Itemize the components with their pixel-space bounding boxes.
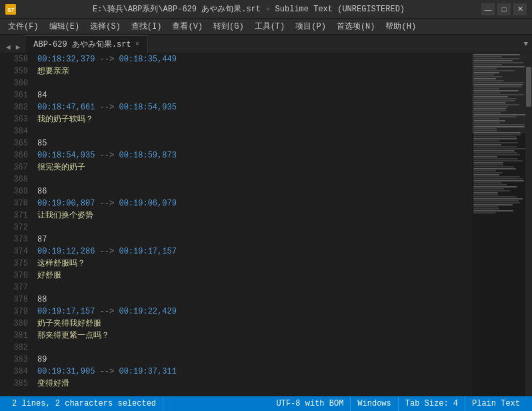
line-number: 373 (0, 234, 35, 246)
minimap-line (473, 200, 519, 201)
tab-close-button[interactable]: × (135, 41, 139, 48)
tab-label: ABP-629 あやみ旬果.srt (33, 39, 131, 50)
menu-item[interactable]: 项目(P) (290, 19, 331, 34)
code-line: 奶子夹得我好舒服 (37, 318, 472, 330)
line-number: 359 (0, 65, 35, 77)
minimap-line (473, 140, 499, 141)
menu-item[interactable]: 工具(T) (249, 19, 291, 34)
line-number: 383 (0, 354, 35, 366)
line-number: 363 (0, 113, 35, 125)
prev-tab-button[interactable]: ◀ (4, 41, 13, 53)
line-number: 362 (0, 101, 35, 113)
minimap-line (473, 138, 517, 139)
code-line: 想要亲亲 (37, 65, 472, 77)
minimap-line (473, 150, 515, 151)
code-line: 85 (37, 137, 472, 149)
line-number: 367 (0, 161, 35, 173)
code-line: 我的奶子软吗？ (37, 113, 472, 125)
code-line: 00:18:47,661 --> 00:18:54,935 (37, 101, 472, 113)
minimap-line (473, 196, 517, 197)
line-number: 375 (0, 258, 35, 270)
title-bar: ST E:\骑兵\ABP系列\ABP-629 あやみ旬果.srt - Subli… (0, 0, 532, 19)
line-numbers: 3583593603613623633643653663673683693703… (0, 53, 35, 396)
line-number: 385 (0, 378, 35, 390)
minimap-line (473, 162, 503, 163)
line-number: 374 (0, 246, 35, 258)
minimap-line (473, 204, 513, 206)
line-number: 377 (0, 282, 35, 294)
code-line: 86 (37, 185, 472, 197)
minimap-line (473, 164, 503, 165)
code-line (37, 222, 472, 234)
line-number: 379 (0, 306, 35, 318)
menu-item[interactable]: 查找(I) (126, 19, 167, 34)
maximize-button[interactable]: □ (497, 3, 511, 15)
code-line: 00:19:00,807 --> 00:19:06,079 (37, 197, 472, 210)
syntax[interactable]: Plain Text (465, 396, 527, 411)
minimap-line (473, 194, 498, 195)
minimap-viewport (472, 53, 525, 133)
minimap-line (473, 168, 516, 169)
minimap-line (473, 208, 499, 210)
code-line: 那夹得更紧一点吗？ (37, 330, 472, 342)
minimap-line (473, 178, 523, 179)
code-line: 00:19:31,905 --> 00:19:37,311 (37, 366, 472, 378)
line-number: 368 (0, 173, 35, 185)
minimap (472, 53, 525, 396)
code-line: 87 (37, 234, 472, 246)
line-number: 361 (0, 89, 35, 101)
window-controls: — □ ✕ (481, 3, 527, 15)
code-line: 00:19:12,286 --> 00:19:17,157 (37, 246, 472, 258)
minimap-line (473, 156, 497, 157)
tab-navigation: ◀ ▶ (1, 41, 25, 53)
tab-dropdown-button[interactable]: ▼ (519, 40, 532, 48)
code-line: 变得好滑 (37, 378, 472, 390)
scrollbar-thumb[interactable] (526, 67, 531, 107)
next-tab-button[interactable]: ▶ (14, 41, 23, 53)
line-number: 358 (0, 53, 35, 65)
code-line: 很完美的奶子 (37, 161, 472, 173)
line-number: 371 (0, 210, 35, 222)
menu-item[interactable]: 文件(F) (3, 19, 44, 34)
line-number: 381 (0, 330, 35, 342)
line-number: 366 (0, 149, 35, 161)
minimap-line (473, 210, 513, 212)
line-number: 370 (0, 197, 35, 210)
minimap-line (473, 198, 523, 199)
menu-item[interactable]: 查看(V) (167, 19, 208, 34)
line-number: 372 (0, 222, 35, 234)
minimap-line (473, 170, 496, 171)
code-line: 84 (37, 89, 472, 101)
close-button[interactable]: ✕ (513, 3, 527, 15)
minimize-button[interactable]: — (481, 3, 495, 15)
menu-item[interactable]: 编辑(E) (44, 19, 85, 34)
code-line: 00:18:54,935 --> 00:18:59,873 (37, 149, 472, 161)
minimap-line (473, 188, 504, 189)
minimap-line (473, 142, 518, 143)
menu-item[interactable]: 帮助(H) (380, 19, 421, 34)
active-tab[interactable]: ABP-629 あやみ旬果.srt × (25, 35, 147, 53)
encoding[interactable]: UTF-8 with BOM (270, 396, 351, 411)
minimap-line (473, 134, 521, 135)
minimap-line (473, 166, 514, 167)
tab-size[interactable]: Tab Size: 4 (399, 396, 465, 411)
code-line: 好舒服 (37, 270, 472, 282)
app-icon: ST (5, 4, 16, 15)
minimap-line (473, 174, 499, 175)
menu-item[interactable]: 首选项(N) (331, 19, 381, 34)
menu-item[interactable]: 转到(G) (208, 19, 249, 34)
code-line (37, 173, 472, 185)
code-line: 让我们换个姿势 (37, 210, 472, 222)
line-ending[interactable]: Windows (351, 396, 398, 411)
status-bar: 2 lines, 2 characters selected UTF-8 wit… (0, 396, 532, 411)
minimap-line (473, 160, 523, 161)
minimap-line (473, 182, 502, 183)
line-number: 382 (0, 342, 35, 354)
menu-item[interactable]: 选择(S) (85, 19, 126, 34)
editor-content[interactable]: 00:18:32,379 --> 00:18:35,449想要亲亲 8400:1… (35, 53, 472, 396)
minimap-line (473, 202, 520, 203)
vertical-scrollbar[interactable] (525, 53, 532, 396)
code-line (37, 125, 472, 137)
line-number: 369 (0, 185, 35, 197)
code-line: 00:18:32,379 --> 00:18:35,449 (37, 53, 472, 65)
